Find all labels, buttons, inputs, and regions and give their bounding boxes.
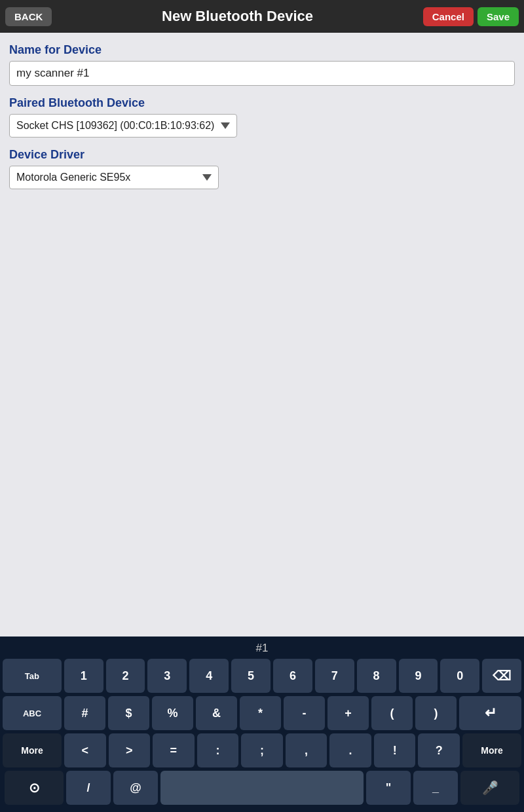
name-label: Name for Device bbox=[9, 43, 515, 57]
key-1[interactable]: 1 bbox=[64, 659, 103, 693]
key-enter[interactable]: ↵ bbox=[459, 696, 521, 730]
key-more-right[interactable]: More bbox=[462, 733, 521, 767]
device-driver-value: Motorola Generic SE95x bbox=[16, 172, 130, 183]
key-minus[interactable]: - bbox=[284, 696, 325, 730]
key-5[interactable]: 5 bbox=[231, 659, 271, 693]
key-special-left[interactable]: ⊙ bbox=[5, 771, 64, 805]
key-2[interactable]: 2 bbox=[106, 659, 145, 693]
keyboard-row-1: Tab 1 2 3 4 5 6 7 8 9 0 ⌫ bbox=[3, 659, 521, 693]
keyboard: #1 Tab 1 2 3 4 5 6 7 8 9 0 ⌫ ABC # $ % &… bbox=[0, 637, 524, 812]
key-4[interactable]: 4 bbox=[189, 659, 229, 693]
key-tab[interactable]: Tab bbox=[3, 659, 62, 693]
key-8[interactable]: 8 bbox=[357, 659, 396, 693]
paired-device-select[interactable]: Socket CHS [109362] (00:C0:1B:10:93:62) bbox=[9, 114, 237, 138]
driver-label: Device Driver bbox=[9, 148, 515, 162]
key-asterisk[interactable]: * bbox=[240, 696, 281, 730]
key-microphone[interactable]: 🎤 bbox=[460, 771, 519, 805]
key-exclamation[interactable]: ! bbox=[374, 733, 416, 767]
key-period[interactable]: . bbox=[329, 733, 371, 767]
key-quote[interactable]: " bbox=[366, 771, 411, 805]
device-name-input[interactable] bbox=[9, 61, 515, 86]
key-backspace[interactable]: ⌫ bbox=[482, 659, 521, 693]
keyboard-row-2: ABC # $ % & * - + ( ) ↵ bbox=[3, 696, 521, 730]
key-close-paren[interactable]: ) bbox=[415, 696, 457, 730]
paired-device-arrow-icon bbox=[221, 122, 230, 129]
device-driver-arrow-icon bbox=[202, 174, 212, 181]
device-driver-select[interactable]: Motorola Generic SE95x bbox=[9, 166, 219, 189]
key-hash[interactable]: # bbox=[64, 696, 105, 730]
key-comma[interactable]: , bbox=[286, 733, 328, 767]
key-9[interactable]: 9 bbox=[399, 659, 438, 693]
keyboard-row-4: ⊙ / @ " _ 🎤 bbox=[3, 771, 521, 805]
key-underscore[interactable]: _ bbox=[413, 771, 458, 805]
key-equals[interactable]: = bbox=[153, 733, 195, 767]
key-greater-than[interactable]: > bbox=[109, 733, 151, 767]
key-question[interactable]: ? bbox=[418, 733, 460, 767]
key-colon[interactable]: : bbox=[197, 733, 239, 767]
key-semicolon[interactable]: ; bbox=[241, 733, 283, 767]
paired-label: Paired Bluetooth Device bbox=[9, 96, 515, 110]
key-open-paren[interactable]: ( bbox=[371, 696, 413, 730]
key-at[interactable]: @ bbox=[113, 771, 158, 805]
key-spacebar[interactable] bbox=[160, 771, 364, 805]
key-7[interactable]: 7 bbox=[315, 659, 354, 693]
back-button[interactable]: BACK bbox=[5, 7, 52, 26]
header-actions: Cancel Save bbox=[423, 7, 519, 26]
key-abc[interactable]: ABC bbox=[3, 696, 62, 730]
save-button[interactable]: Save bbox=[477, 7, 519, 26]
page-title: New Bluetooth Device bbox=[52, 8, 422, 25]
key-plus[interactable]: + bbox=[328, 696, 369, 730]
key-percent[interactable]: % bbox=[152, 696, 193, 730]
keyboard-indicator: #1 bbox=[3, 639, 521, 659]
header: BACK New Bluetooth Device Cancel Save bbox=[0, 0, 524, 33]
key-dollar[interactable]: $ bbox=[108, 696, 149, 730]
key-slash[interactable]: / bbox=[66, 771, 111, 805]
back-label: BACK bbox=[14, 11, 43, 22]
keyboard-row-3: More < > = : ; , . ! ? More bbox=[3, 733, 521, 767]
key-ampersand[interactable]: & bbox=[196, 696, 237, 730]
key-6[interactable]: 6 bbox=[273, 659, 312, 693]
paired-device-value: Socket CHS [109362] (00:C0:1B:10:93:62) bbox=[16, 120, 214, 132]
key-3[interactable]: 3 bbox=[147, 659, 187, 693]
cancel-button[interactable]: Cancel bbox=[423, 7, 474, 26]
form-area: Name for Device Paired Bluetooth Device … bbox=[0, 33, 524, 200]
key-0[interactable]: 0 bbox=[440, 659, 479, 693]
key-less-than[interactable]: < bbox=[64, 733, 106, 767]
key-more-left[interactable]: More bbox=[3, 733, 62, 767]
